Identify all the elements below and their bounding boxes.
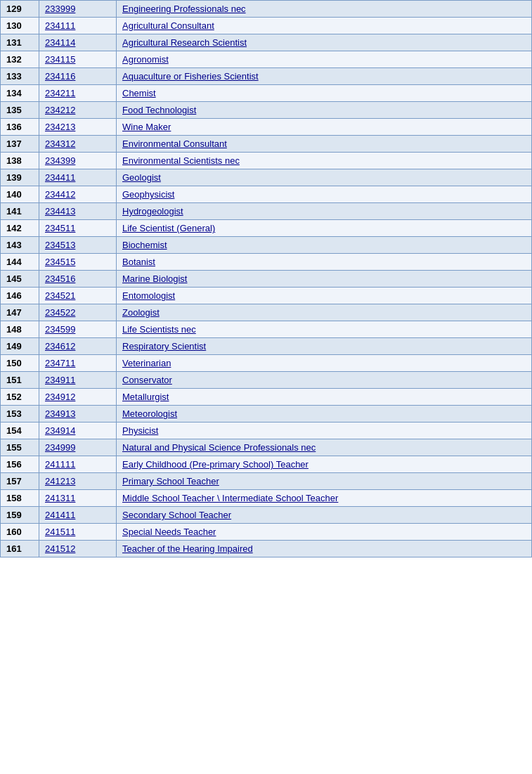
table-row: 150234711Veterinarian (1, 355, 532, 372)
table-row: 142234511Life Scientist (General) (1, 220, 532, 237)
occupation-code[interactable]: 234521 (39, 288, 117, 304)
occupation-code[interactable]: 234516 (39, 271, 117, 288)
occupation-title[interactable]: Conservator (117, 372, 532, 389)
occupation-title[interactable]: Life Scientist (General) (117, 220, 532, 237)
occupation-title[interactable]: Geologist (117, 169, 532, 186)
occupation-code[interactable]: 234312 (39, 136, 117, 153)
occupation-code[interactable]: 234711 (39, 355, 117, 372)
row-number: 146 (1, 288, 39, 304)
occupation-code[interactable]: 234213 (39, 119, 117, 136)
occupation-title[interactable]: Middle School Teacher \ Intermediate Sch… (117, 490, 532, 507)
row-number: 160 (1, 524, 39, 541)
table-row: 129233999Engineering Professionals nec (1, 1, 532, 18)
table-row: 132234115Agronomist (1, 51, 532, 68)
occupation-code[interactable]: 234116 (39, 68, 117, 85)
occupation-code[interactable]: 241511 (39, 524, 117, 541)
row-number: 129 (1, 1, 39, 18)
occupation-code[interactable]: 234399 (39, 153, 117, 169)
occupation-title[interactable]: Veterinarian (117, 355, 532, 372)
occupation-code[interactable]: 241111 (39, 456, 117, 473)
occupation-code[interactable]: 234612 (39, 338, 117, 355)
table-row: 151234911Conservator (1, 372, 532, 389)
occupation-code[interactable]: 234599 (39, 321, 117, 338)
row-number: 158 (1, 490, 39, 507)
occupation-title[interactable]: Botanist (117, 254, 532, 271)
occupation-code[interactable]: 234513 (39, 237, 117, 254)
row-number: 140 (1, 186, 39, 203)
occupation-code[interactable]: 234115 (39, 51, 117, 68)
occupation-title[interactable]: Geophysicist (117, 186, 532, 203)
occupation-title[interactable]: Metallurgist (117, 389, 532, 406)
occupation-table: 129233999Engineering Professionals nec13… (0, 0, 532, 557)
occupation-title[interactable]: Aquaculture or Fisheries Scientist (117, 68, 532, 85)
occupation-title[interactable]: Hydrogeologist (117, 203, 532, 220)
table-row: 143234513Biochemist (1, 237, 532, 254)
occupation-code[interactable]: 234913 (39, 406, 117, 423)
occupation-title[interactable]: Chemist (117, 85, 532, 102)
occupation-code[interactable]: 233999 (39, 1, 117, 18)
occupation-code[interactable]: 234211 (39, 85, 117, 102)
row-number: 150 (1, 355, 39, 372)
row-number: 144 (1, 254, 39, 271)
occupation-code[interactable]: 241213 (39, 473, 117, 490)
table-row: 152234912Metallurgist (1, 389, 532, 406)
occupation-code[interactable]: 234413 (39, 203, 117, 220)
row-number: 151 (1, 372, 39, 389)
row-number: 134 (1, 85, 39, 102)
occupation-title[interactable]: Primary School Teacher (117, 473, 532, 490)
occupation-code[interactable]: 234212 (39, 102, 117, 119)
row-number: 156 (1, 456, 39, 473)
occupation-code[interactable]: 234111 (39, 18, 117, 34)
table-row: 153234913Meteorologist (1, 406, 532, 423)
occupation-title[interactable]: Wine Maker (117, 119, 532, 136)
occupation-code[interactable]: 234511 (39, 220, 117, 237)
row-number: 153 (1, 406, 39, 423)
table-row: 147234522Zoologist (1, 304, 532, 321)
occupation-title[interactable]: Early Childhood (Pre-primary School) Tea… (117, 456, 532, 473)
row-number: 159 (1, 507, 39, 524)
table-row: 159241411Secondary School Teacher (1, 507, 532, 524)
occupation-code[interactable]: 241411 (39, 507, 117, 524)
occupation-title[interactable]: Respiratory Scientist (117, 338, 532, 355)
row-number: 132 (1, 51, 39, 68)
occupation-code[interactable]: 234114 (39, 34, 117, 51)
occupation-code[interactable]: 234411 (39, 169, 117, 186)
table-row: 133234116Aquaculture or Fisheries Scient… (1, 68, 532, 85)
table-row: 155234999Natural and Physical Science Pr… (1, 439, 532, 456)
occupation-title[interactable]: Biochemist (117, 237, 532, 254)
table-row: 154234914Physicist (1, 423, 532, 439)
row-number: 139 (1, 169, 39, 186)
occupation-code[interactable]: 234912 (39, 389, 117, 406)
occupation-title[interactable]: Food Technologist (117, 102, 532, 119)
table-row: 157241213Primary School Teacher (1, 473, 532, 490)
occupation-title[interactable]: Life Scientists nec (117, 321, 532, 338)
occupation-title[interactable]: Meteorologist (117, 406, 532, 423)
occupation-code[interactable]: 241512 (39, 541, 117, 557)
occupation-title[interactable]: Marine Biologist (117, 271, 532, 288)
occupation-title[interactable]: Agricultural Research Scientist (117, 34, 532, 51)
occupation-title[interactable]: Teacher of the Hearing Impaired (117, 541, 532, 557)
occupation-code[interactable]: 234911 (39, 372, 117, 389)
occupation-title[interactable]: Natural and Physical Science Professiona… (117, 439, 532, 456)
occupation-code[interactable]: 234522 (39, 304, 117, 321)
occupation-code[interactable]: 234999 (39, 439, 117, 456)
occupation-title[interactable]: Agronomist (117, 51, 532, 68)
occupation-code[interactable]: 241311 (39, 490, 117, 507)
occupation-title[interactable]: Special Needs Teacher (117, 524, 532, 541)
occupation-title[interactable]: Entomologist (117, 288, 532, 304)
table-row: 140234412Geophysicist (1, 186, 532, 203)
occupation-title[interactable]: Secondary School Teacher (117, 507, 532, 524)
occupation-code[interactable]: 234515 (39, 254, 117, 271)
occupation-code[interactable]: 234914 (39, 423, 117, 439)
occupation-title[interactable]: Engineering Professionals nec (117, 1, 532, 18)
occupation-title[interactable]: Environmental Scientists nec (117, 153, 532, 169)
occupation-title[interactable]: Physicist (117, 423, 532, 439)
table-row: 136234213Wine Maker (1, 119, 532, 136)
occupation-title[interactable]: Zoologist (117, 304, 532, 321)
occupation-code[interactable]: 234412 (39, 186, 117, 203)
occupation-title[interactable]: Environmental Consultant (117, 136, 532, 153)
table-row: 137234312Environmental Consultant (1, 136, 532, 153)
table-row: 161241512Teacher of the Hearing Impaired (1, 541, 532, 557)
occupation-title[interactable]: Agricultural Consultant (117, 18, 532, 34)
row-number: 137 (1, 136, 39, 153)
